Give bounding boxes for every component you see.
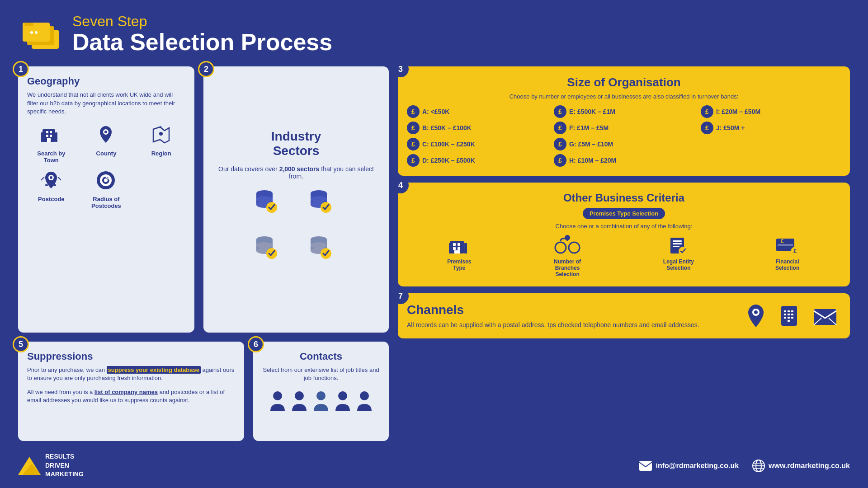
contacts-card: 6 Contacts Select from our extensive lis… — [253, 342, 389, 441]
geography-title: Geography — [27, 75, 185, 87]
industry-title: IndustrySectors — [271, 129, 321, 158]
svg-point-36 — [311, 196, 327, 202]
size-item-g: £ G: £5M – £10M — [554, 138, 694, 150]
size-label-h: H: £10M – £20M — [569, 157, 616, 164]
svg-text:£: £ — [781, 238, 784, 244]
svg-point-19 — [50, 176, 52, 179]
email-icon — [811, 302, 841, 329]
svg-point-41 — [256, 242, 273, 249]
geo-icons-top: Search byTown County — [27, 122, 185, 164]
db-icons — [255, 187, 337, 227]
step-2-badge: 2 — [198, 61, 214, 77]
footer-website: www.rdmarketing.co.uk — [752, 460, 850, 472]
geo-icons-bottom: Postcode Radius ofPostcodes — [27, 168, 185, 209]
pound-icon-e: £ — [554, 105, 566, 118]
step-5-badge: 5 — [13, 336, 29, 352]
svg-rect-56 — [453, 243, 456, 246]
db-icons-2 — [255, 234, 337, 270]
svg-rect-11 — [47, 138, 51, 142]
business-center: Premises Type Selection — [407, 208, 841, 223]
step-7-badge: 7 — [392, 288, 409, 304]
size-card: 3 Size of Organisation Choose by number … — [398, 66, 850, 176]
pound-icon-g: £ — [554, 138, 566, 150]
svg-rect-60 — [454, 250, 460, 253]
svg-rect-79 — [788, 310, 790, 312]
step-6-badge: 6 — [248, 336, 264, 352]
business-item-branches: Number ofBranchesSelection — [552, 234, 583, 277]
svg-rect-77 — [781, 306, 797, 326]
contacts-title: Contacts — [262, 351, 380, 362]
svg-point-62 — [569, 242, 580, 253]
pound-icon-h: £ — [554, 154, 566, 167]
svg-rect-22 — [53, 184, 56, 186]
svg-point-63 — [565, 235, 570, 240]
size-subtitle: Choose by number or employees or all bus… — [407, 93, 841, 100]
size-item-h: £ H: £10M – £20M — [554, 154, 694, 167]
svg-point-52 — [360, 391, 369, 400]
svg-rect-9 — [46, 135, 48, 137]
svg-rect-84 — [784, 317, 786, 319]
business-icons-row: PremisesType Number ofBranchesSelection — [407, 234, 841, 277]
svg-point-49 — [295, 391, 304, 400]
size-label-i: I: £20M – £50M — [716, 108, 760, 115]
size-item-f: £ F: £1M – £5M — [554, 122, 694, 134]
business-item-financial: £ £ FinancialSelection — [774, 234, 801, 277]
phone-icon — [778, 302, 802, 329]
size-label-g: G: £5M – £10M — [569, 141, 613, 148]
step-1-badge: 1 — [13, 61, 29, 77]
size-label-a: A: <£50K — [422, 108, 449, 115]
channels-text: Channels All records can be supplied wit… — [407, 303, 735, 330]
channels-row: Channels All records can be supplied wit… — [407, 302, 841, 329]
svg-rect-66 — [673, 240, 682, 242]
svg-rect-83 — [791, 314, 793, 315]
footer-logo-line2: DRIVEN — [45, 461, 84, 470]
pound-icon-f: £ — [554, 122, 566, 134]
footer-email: info@rdmarketing.co.uk — [639, 461, 739, 471]
footer: RESULTS DRIVEN MARKETING info@rdmarketin… — [18, 448, 850, 479]
channels-icons — [744, 302, 841, 329]
business-label-branches: Number ofBranchesSelection — [554, 258, 581, 277]
svg-point-50 — [316, 391, 326, 400]
header-title: Data Selection Process — [72, 29, 332, 55]
business-card: 4 Other Business Criteria Premises Type … — [398, 183, 850, 286]
svg-text:£: £ — [793, 248, 797, 254]
suppressions-card: 5 Suppressions Prior to any purchase, we… — [18, 342, 244, 441]
svg-rect-55 — [464, 243, 467, 253]
footer-logo-line1: RESULTS — [45, 452, 84, 461]
size-title: Size of Organisation — [407, 75, 841, 89]
suppressions-para1: Prior to any purchase, we can suppress y… — [27, 366, 235, 382]
geo-label-county: County — [96, 150, 117, 157]
industry-description: Our data covers over 2,000 sectors that … — [212, 165, 380, 180]
contacts-icons — [262, 389, 380, 412]
size-grid: £ A: <£50K £ E: £500K – £1M £ I: £20M – … — [407, 105, 841, 167]
header-icon — [18, 16, 63, 52]
pound-icon-c: £ — [407, 138, 420, 150]
geography-card: 1 Geography We understand that not all c… — [18, 66, 194, 333]
channels-description: All records can be supplied with a posta… — [407, 321, 735, 330]
footer-website-text: www.rdmarketing.co.uk — [769, 462, 850, 470]
size-label-d: D: £250K – £500K — [422, 157, 475, 164]
suppressions-title: Suppressions — [27, 351, 235, 362]
svg-point-16 — [159, 132, 163, 136]
geo-label-postcode: Postcode — [38, 196, 65, 202]
svg-rect-20 — [45, 184, 48, 186]
size-item-d: £ D: £250K – £500K — [407, 154, 547, 167]
svg-rect-8 — [50, 131, 52, 133]
svg-point-46 — [311, 242, 327, 249]
step-4-badge: 4 — [392, 177, 409, 193]
business-label-premises: PremisesType — [447, 258, 471, 271]
right-column: 3 Size of Organisation Choose by number … — [398, 66, 850, 441]
bottom-row: 5 Suppressions Prior to any purchase, we… — [18, 342, 389, 441]
svg-rect-71 — [778, 244, 793, 246]
svg-rect-68 — [673, 246, 679, 247]
geography-description: We understand that not all clients work … — [27, 91, 185, 116]
channels-title: Channels — [407, 303, 735, 317]
geo-item-radius: Radius ofPostcodes — [82, 168, 131, 209]
size-label-j: J: £50M + — [716, 124, 745, 131]
svg-point-48 — [273, 391, 282, 400]
svg-rect-81 — [784, 314, 786, 315]
step-3-badge: 3 — [392, 61, 409, 77]
main-container: Seven Step Data Selection Process 1 Geog… — [0, 0, 868, 488]
geo-item-region: Region — [137, 122, 185, 164]
rdm-logo-icon — [18, 457, 41, 475]
